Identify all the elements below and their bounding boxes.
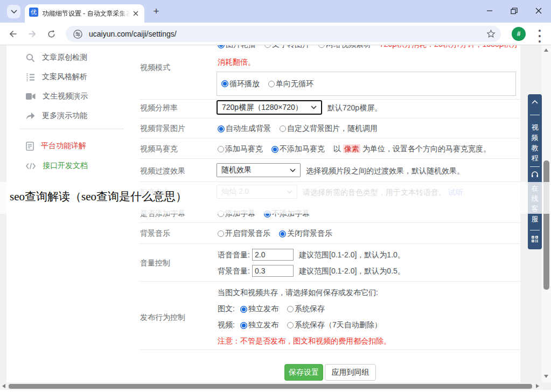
back-to-top-icon[interactable] (532, 100, 538, 104)
qr-code-icon[interactable] (532, 236, 538, 242)
horizontal-scrollbar-thumb[interactable] (9, 384, 532, 389)
horizontal-scrollbar[interactable] (0, 382, 542, 390)
scroll-up-arrow[interactable] (544, 48, 548, 52)
chevron-down-icon (311, 106, 317, 109)
radio-loop-play[interactable]: 循环播放 (221, 79, 260, 89)
headset-icon[interactable] (531, 171, 539, 178)
forward-arrow-icon (27, 29, 37, 39)
volume-label: 音量控制 (140, 258, 170, 268)
chevron-down-icon (11, 10, 17, 13)
share-arrow-icon (26, 112, 35, 120)
bookmark-star-icon[interactable] (486, 29, 496, 40)
sidebar-item-style-analysis[interactable]: 文案风格解析 (26, 72, 87, 82)
vertical-scrollbar-thumb[interactable] (543, 160, 549, 290)
radio-video-system[interactable]: 系统保存（7天自动删除） (287, 320, 382, 330)
scroll-left-arrow[interactable] (2, 384, 5, 388)
voice-volume-desc: 建议范围[0.1-2.0]，默认为1.0。 (299, 250, 405, 260)
radio-image-carousel[interactable]: 图片轮播 (218, 45, 256, 50)
site-favicon: 优 (29, 8, 38, 17)
radio-video-independent[interactable]: 独立发布 (240, 320, 278, 330)
radio-web-video[interactable]: 网络视频素材 (318, 45, 371, 50)
vertical-scrollbar[interactable] (542, 45, 551, 382)
apply-to-group-button[interactable]: 应用到同组 (325, 364, 376, 381)
browser-toolbar: ucaiyun.com/caiji/settings/ # ••• (0, 23, 551, 45)
radio-bgm-off[interactable]: 关闭背景音乐 (279, 229, 332, 239)
resolution-select[interactable]: 720p横屏（1280×720） (217, 100, 322, 115)
forward-button[interactable] (24, 25, 41, 43)
window-minimize-button[interactable] (480, 0, 499, 22)
radio-one-way[interactable]: 单向无循环 (268, 79, 313, 89)
transition-label: 视频过渡效果 (140, 166, 185, 176)
radio-selected-icon (279, 230, 286, 237)
sidebar-item-label: 文案风格解析 (42, 72, 87, 82)
search-icon (26, 53, 35, 62)
sidebar-item-text-to-video[interactable]: 文生视频演示 (26, 91, 88, 102)
bottom-strip (0, 390, 551, 392)
browser-menu-icon[interactable]: ••• (535, 25, 545, 43)
radio-icon (268, 81, 275, 87)
publish-video-options: 视频: 独立发布 系统保存（7天自动删除） (218, 320, 390, 330)
tab-list-chevron-button[interactable] (7, 5, 20, 18)
sidebar-item-label: 文生视频演示 (43, 92, 88, 101)
resolution-label: 视频分辨率 (140, 103, 178, 113)
tab-close-icon[interactable] (131, 9, 140, 18)
transition-select[interactable]: 随机效果 (217, 163, 301, 177)
radio-add-mosaic[interactable]: 添加马赛克 (218, 144, 263, 154)
radio-selected-icon (240, 322, 247, 329)
sidebar-item-label: 接口开发文档 (43, 161, 88, 171)
site-settings-icon[interactable] (73, 30, 82, 39)
mosaic-options: 添加马赛克 不添加马赛克 以像素为单位，设置各个方向的马赛克宽度。 (218, 144, 491, 154)
sidebar-item-label: 文章原创检测 (42, 53, 87, 62)
back-button[interactable] (4, 25, 22, 43)
radio-auto-bg[interactable]: 自动生成背景 (218, 124, 271, 134)
sidebar-item-more-demos[interactable]: 更多演示功能 (26, 110, 87, 121)
bg-volume-input[interactable] (252, 265, 294, 277)
bgm-label: 背景音乐 (140, 229, 170, 239)
publish-tuwen-options: 图文: 独立发布 系统保存 (218, 304, 333, 314)
window-restore-button[interactable] (505, 0, 523, 22)
loop-options-box: 循环播放 单向无循环 (217, 72, 516, 96)
reload-button[interactable] (43, 25, 60, 43)
url-text[interactable]: ucaiyun.com/caiji/settings/ (89, 26, 177, 42)
browser-tab[interactable]: 优 功能细节设置 - 自动文章采集器 (25, 4, 144, 23)
radio-icon (280, 125, 286, 132)
radio-tuwen-system[interactable]: 系统保存 (287, 304, 325, 314)
document-icon (26, 142, 34, 151)
publish-warning: 注意：不管是否发布，图文和视频的费用都会扣除。 (218, 337, 391, 346)
save-settings-button[interactable]: 保存设置 (284, 364, 323, 381)
mosaic-desc: 以像素为单位，设置各个方向的马赛克宽度。 (333, 144, 491, 154)
sidebar-item-label: 更多演示功能 (42, 111, 87, 121)
back-arrow-icon (8, 29, 18, 39)
scroll-down-arrow[interactable] (544, 375, 548, 378)
sidebar-item-api-docs[interactable]: 接口开发文档 (26, 160, 88, 171)
profile-avatar[interactable]: # (512, 27, 526, 41)
bg-volume-desc: 建议范围[0.1-2.0]，默认为0.5。 (299, 267, 405, 276)
scrollbar-corner (542, 382, 551, 390)
url-address-bar[interactable]: ucaiyun.com/caiji/settings/ (66, 26, 501, 42)
scroll-right-arrow[interactable] (536, 384, 539, 388)
radio-icon (218, 146, 224, 152)
radio-custom-bg[interactable]: 自定义背景图片，随机调用 (280, 124, 378, 134)
radio-no-mosaic[interactable]: 不添加马赛克 (271, 144, 325, 154)
radio-icon (287, 322, 294, 328)
sidebar-divider (19, 129, 124, 129)
radio-selected-icon (240, 306, 247, 313)
radio-text-to-image[interactable]: 文字转图片 (264, 45, 310, 50)
browser-titlebar: 优 功能细节设置 - 自动文章采集器 + (0, 0, 551, 23)
radio-tuwen-independent[interactable]: 独立发布 (240, 304, 278, 314)
tab-title: 功能细节设置 - 自动文章采集器 (43, 4, 130, 23)
sidebar-item-label: 平台功能详解 (41, 141, 86, 151)
new-tab-button[interactable]: + (150, 5, 163, 18)
reload-icon (47, 30, 56, 39)
video-mode-label: 视频模式 (140, 63, 170, 73)
sidebar-item-article-check[interactable]: 文章原创检测 (26, 52, 87, 63)
chevron-down-icon (290, 169, 296, 172)
voice-volume-input[interactable] (252, 249, 294, 261)
video-tutorial-link[interactable]: 视频教程 (528, 122, 542, 163)
credit-note-line2: 消耗翻倍。 (218, 58, 255, 67)
sidebar-item-platform-features[interactable]: 平台功能详解 (26, 141, 86, 151)
radio-bgm-on[interactable]: 开启背景音乐 (218, 229, 270, 239)
bgm-options: 开启背景音乐 关闭背景音乐 (218, 229, 341, 239)
publish-label: 发布行为控制 (140, 313, 185, 323)
window-close-button[interactable] (529, 0, 548, 22)
